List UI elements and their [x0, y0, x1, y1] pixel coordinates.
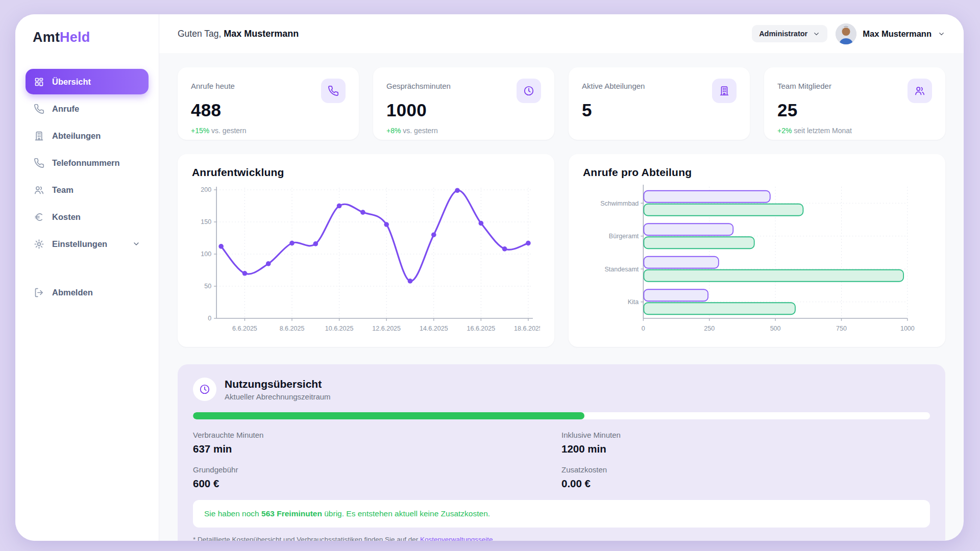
clock-icon: [193, 378, 216, 401]
usage-stat-inklusive-minuten: Inklusive Minuten 1200 min: [561, 431, 930, 455]
sidebar-item-uebersicht[interactable]: Übersicht: [26, 69, 149, 94]
app-frame: AmtHeld Übersicht Anrufe Abteilungen: [15, 14, 964, 541]
usage-stat-value: 1200 min: [561, 443, 930, 455]
sidebar-item-label: Anrufe: [52, 104, 79, 114]
svg-text:Schwimmbad: Schwimmbad: [600, 200, 639, 207]
usage-stats: Verbrauchte Minuten 637 min Inklusive Mi…: [193, 431, 930, 490]
svg-text:750: 750: [836, 325, 847, 332]
svg-text:8.6.2025: 8.6.2025: [280, 325, 305, 332]
sidebar-item-label: Kosten: [52, 212, 81, 222]
sidebar-item-team[interactable]: Team: [26, 177, 149, 203]
stat-card-team-mitglieder: Team Mitglieder 25 +2% seit letztem Mona…: [764, 67, 945, 140]
logout-button[interactable]: Abmelden: [26, 280, 149, 305]
bar-chart: 02505007501000SchwimmbadBürgeramtStandes…: [583, 181, 931, 340]
role-select[interactable]: Administrator: [752, 25, 827, 42]
clock-icon: [517, 79, 541, 103]
usage-stat-value: 637 min: [193, 443, 561, 455]
main-area: Guten Tag, Max Mustermann Administrator: [159, 14, 964, 541]
chevron-down-icon: [813, 30, 820, 38]
svg-text:500: 500: [770, 325, 781, 332]
logout-icon: [34, 287, 44, 298]
svg-text:50: 50: [204, 283, 211, 290]
stat-label: Aktive Abteilungen: [582, 79, 645, 90]
usage-header: Nutzungsübersicht Aktueller Abrechnungsz…: [193, 378, 930, 401]
stat-label: Gesprächsminuten: [386, 79, 451, 90]
stat-label: Team Mitglieder: [777, 79, 831, 90]
svg-text:12.6.2025: 12.6.2025: [372, 325, 401, 332]
usage-footnote-text: * Detaillierte Kostenübersicht und Verbr…: [193, 536, 420, 541]
svg-text:16.6.2025: 16.6.2025: [467, 325, 496, 332]
svg-text:6.6.2025: 6.6.2025: [232, 325, 257, 332]
sidebar: AmtHeld Übersicht Anrufe Abteilungen: [15, 14, 159, 541]
stat-delta-percent: +15%: [191, 127, 209, 135]
building-icon: [712, 79, 737, 103]
chevron-down-icon: [132, 240, 140, 248]
usage-stat-label: Zusatzkosten: [561, 465, 930, 474]
user-menu[interactable]: Max Mustermann: [836, 23, 945, 44]
user-name: Max Mustermann: [863, 29, 932, 39]
sidebar-item-label: Telefonnummern: [52, 158, 120, 168]
logout-label: Abmelden: [52, 288, 93, 297]
usage-stat-value: 0.00 €: [561, 478, 930, 490]
bar-chart-title: Anrufe pro Abteilung: [583, 166, 931, 179]
users-icon: [34, 185, 44, 195]
svg-text:10.6.2025: 10.6.2025: [325, 325, 354, 332]
app-logo: AmtHeld: [26, 30, 149, 45]
phone-icon: [34, 104, 44, 114]
sidebar-item-abteilungen[interactable]: Abteilungen: [26, 123, 149, 148]
line-chart: 0501001502006.6.20258.6.202510.6.202512.…: [192, 181, 540, 340]
sidebar-nav: Übersicht Anrufe Abteilungen Telefonnumm…: [26, 69, 149, 305]
sidebar-item-telefonnummern[interactable]: Telefonnummern: [26, 150, 149, 176]
usage-title: Nutzungsübersicht: [225, 378, 331, 390]
svg-text:0: 0: [208, 315, 211, 322]
svg-text:14.6.2025: 14.6.2025: [420, 325, 448, 332]
content: Anrufe heute 488 +15% vs. gestern Gesprä…: [159, 53, 964, 541]
dashboard-icon: [34, 77, 44, 87]
greeting-user-name: Max Mustermann: [224, 29, 299, 39]
stat-card-gespraechsminuten: Gesprächsminuten 1000 +8% vs. gestern: [373, 67, 554, 140]
svg-text:100: 100: [201, 251, 211, 258]
svg-text:Bürgeramt: Bürgeramt: [609, 233, 639, 240]
svg-text:1000: 1000: [900, 325, 915, 332]
stat-delta-text: vs. gestern: [209, 127, 246, 135]
topbar: Guten Tag, Max Mustermann Administrator: [159, 14, 964, 53]
stat-delta: +2% seit letztem Monat: [777, 127, 932, 135]
role-select-value: Administrator: [759, 30, 807, 38]
svg-text:150: 150: [201, 219, 211, 226]
avatar: [836, 23, 856, 44]
stat-card-aktive-abteilungen: Aktive Abteilungen 5: [569, 67, 750, 140]
users-icon: [908, 79, 932, 103]
svg-text:0: 0: [642, 325, 645, 332]
svg-text:Standesamt: Standesamt: [605, 266, 639, 273]
cost-management-link[interactable]: Kostenverwaltungsseite: [420, 536, 493, 541]
usage-message-prefix: Sie haben noch: [204, 509, 261, 518]
usage-stat-verbrauchte-minuten: Verbrauchte Minuten 637 min: [193, 431, 561, 455]
sidebar-item-label: Team: [52, 185, 74, 195]
usage-message: Sie haben noch 563 Freiminuten übrig. Es…: [193, 500, 930, 528]
gear-icon: [34, 239, 44, 249]
usage-stat-label: Grundgebühr: [193, 465, 561, 474]
stats-grid: Anrufe heute 488 +15% vs. gestern Gesprä…: [178, 67, 945, 140]
usage-progress-fill: [193, 412, 584, 419]
building-icon: [34, 131, 44, 141]
stat-delta-percent: +8%: [386, 127, 401, 135]
svg-text:Kita: Kita: [628, 298, 639, 306]
sidebar-item-label: Einstellungen: [52, 239, 107, 249]
usage-message-bold: 563 Freiminuten: [261, 509, 322, 518]
sidebar-item-kosten[interactable]: Kosten: [26, 204, 149, 230]
stat-label: Anrufe heute: [191, 79, 235, 90]
usage-stat-zusatzkosten: Zusatzkosten 0.00 €: [561, 465, 930, 490]
sidebar-item-anrufe[interactable]: Anrufe: [26, 96, 149, 121]
sidebar-item-einstellungen[interactable]: Einstellungen: [26, 231, 149, 257]
usage-section: Nutzungsübersicht Aktueller Abrechnungsz…: [178, 364, 945, 541]
stat-delta: +8% vs. gestern: [386, 127, 541, 135]
usage-message-suffix: übrig. Es entstehen aktuell keine Zusatz…: [322, 509, 490, 518]
sidebar-item-label: Übersicht: [52, 77, 91, 87]
stat-value: 5: [582, 100, 737, 120]
svg-text:18.6.2025: 18.6.2025: [514, 325, 540, 332]
bar-chart-card: Anrufe pro Abteilung 02505007501000Schwi…: [569, 154, 945, 347]
usage-footnote: * Detaillierte Kostenübersicht und Verbr…: [193, 536, 930, 541]
usage-stat-value: 600 €: [193, 478, 561, 490]
sidebar-item-label: Abteilungen: [52, 131, 101, 141]
stat-delta-percent: +2%: [777, 127, 792, 135]
